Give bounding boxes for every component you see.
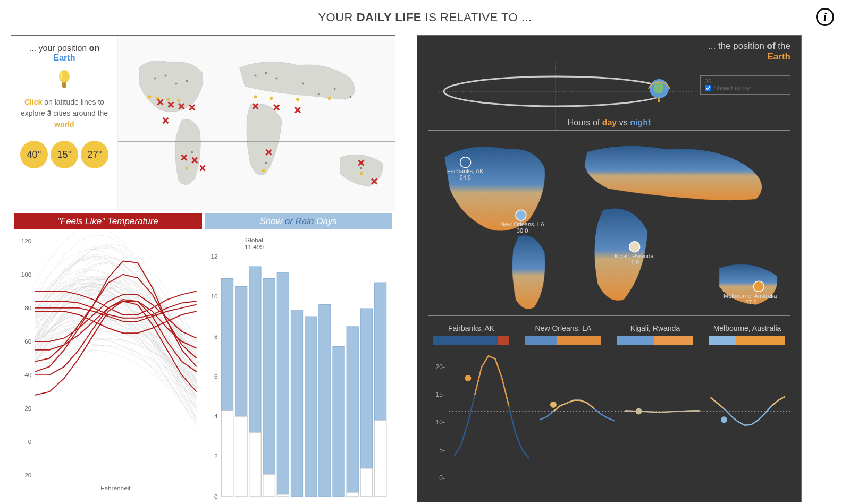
svg-text:100: 100 [21,271,32,278]
svg-point-19 [166,98,170,101]
map-city-kigali[interactable] [629,242,640,252]
daylight-curves: 0-5-10-15-20- [428,351,790,489]
svg-point-7 [255,75,257,77]
map-city-fairbanks[interactable] [460,157,471,168]
city-bar-2: Kigali, Rwanda [617,324,693,345]
svg-point-12 [334,88,336,90]
svg-text:5-: 5- [439,447,445,454]
svg-rect-58 [347,327,358,497]
svg-text:80: 80 [24,304,32,311]
left-world-map[interactable] [117,36,395,211]
svg-point-15 [265,162,267,164]
snow-chart-header: Snow or Rain Days [205,213,393,229]
svg-text:Fahrenheit: Fahrenheit [100,484,131,491]
page-title: YOUR DAILY LIFE IS RELATIVE TO ... [318,11,532,24]
svg-text:0: 0 [28,438,32,445]
svg-rect-52 [277,272,289,497]
svg-text:6: 6 [214,373,218,380]
svg-rect-56 [318,304,330,496]
right-panel: ... the position of the Earth 36 Show hi… [417,35,802,502]
city-bar-0: Fairbanks, AK [433,324,509,345]
svg-point-80 [721,416,727,423]
svg-rect-70 [658,97,660,102]
svg-text:60: 60 [24,338,32,345]
svg-text:120: 120 [21,237,32,244]
svg-point-9 [275,77,277,79]
svg-text:-20: -20 [22,472,31,479]
svg-text:0-: 0- [439,474,445,482]
svg-text:20: 20 [24,405,32,412]
svg-rect-54 [291,311,302,497]
svg-point-78 [550,402,557,408]
city-bar-3: Melbourne, Australia [709,324,785,345]
map-city-neworleans[interactable] [516,210,526,220]
svg-text:11.499: 11.499 [244,243,263,250]
svg-text:40: 40 [24,371,32,378]
svg-text:4: 4 [214,413,218,420]
latitude-button-0[interactable]: 40° [20,141,48,168]
svg-rect-61 [360,468,372,497]
svg-point-17 [148,95,152,98]
latitude-button-2[interactable]: 27° [81,141,108,168]
lightbulb-icon [56,69,72,90]
svg-rect-59 [347,492,358,497]
show-history-checkbox[interactable] [705,85,711,91]
svg-text:20-: 20- [436,363,445,371]
svg-point-26 [262,169,265,173]
svg-text:10-: 10- [436,418,445,426]
svg-text:2: 2 [214,452,218,459]
svg-text:Global: Global [245,236,263,243]
svg-rect-50 [263,279,274,497]
svg-point-24 [328,97,331,100]
svg-rect-63 [374,421,386,497]
snow-chart: Snow or Rain Days 024681012Global11.499 [205,213,393,503]
svg-point-21 [254,95,257,98]
svg-rect-47 [235,416,247,497]
svg-rect-1 [62,82,66,88]
city-bars: Fairbanks, AKNew Orleans, LAKigali, Rwan… [417,319,801,351]
svg-point-13 [349,96,351,98]
svg-point-27 [359,172,363,175]
svg-point-79 [635,408,642,415]
svg-rect-49 [249,432,260,496]
svg-point-77 [465,375,471,381]
svg-point-20 [177,99,180,102]
svg-rect-55 [305,317,316,497]
orbit-diagram [439,62,694,131]
right-header: ... the position of the Earth [708,41,790,62]
left-panel: ... your position on Earth Click on lati… [11,35,395,502]
left-header: ... your position on Earth [19,44,110,63]
history-control[interactable]: 36 Show history [700,75,790,95]
svg-point-14 [191,151,193,153]
svg-rect-51 [263,474,274,496]
svg-text:8: 8 [214,333,218,340]
svg-point-10 [302,82,304,84]
svg-point-6 [186,80,188,82]
svg-point-23 [296,98,299,101]
svg-point-4 [164,75,166,77]
temp-chart-header: "Feels Like" Temperature [14,213,202,229]
left-sidebar: ... your position on Earth Click on lati… [11,36,117,211]
svg-point-25 [185,167,188,170]
svg-point-22 [270,97,273,100]
svg-rect-53 [277,494,289,497]
svg-text:15-: 15- [436,391,445,398]
latitude-button-1[interactable]: 15° [51,141,78,168]
right-world-map[interactable]: Fairbanks, AK64.8 New Orleans, LA30.0 Ki… [428,130,790,316]
svg-point-16 [360,167,362,169]
temp-chart: "Feels Like" Temperature -20020406080100… [14,213,202,503]
svg-point-5 [175,82,177,84]
svg-rect-57 [332,346,344,496]
city-bar-1: New Orleans, LA [525,324,601,345]
svg-point-3 [154,77,156,79]
svg-text:10: 10 [211,293,218,300]
info-icon[interactable]: i [816,8,834,26]
svg-point-11 [318,93,320,95]
instruction-text: Click on latitude lines to explore 3 cit… [19,97,110,130]
svg-rect-45 [221,411,233,497]
map-city-melbourne[interactable] [753,281,764,292]
svg-text:0: 0 [214,493,218,500]
svg-point-8 [265,72,267,74]
svg-text:12: 12 [211,253,217,260]
